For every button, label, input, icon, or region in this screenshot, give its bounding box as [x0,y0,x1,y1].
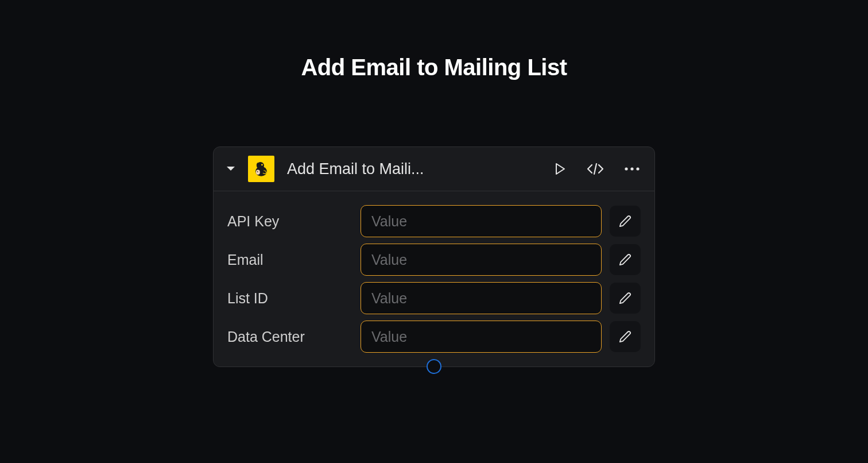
api-key-input[interactable] [361,205,602,237]
more-button[interactable] [622,165,642,173]
field-row-api-key: API Key [227,205,641,237]
collapse-toggle[interactable] [224,162,238,176]
edit-button[interactable] [610,206,641,237]
pencil-icon [619,215,631,227]
svg-point-6 [630,167,633,170]
node-body: API Key Email List ID [214,191,654,366]
field-label: Email [227,252,352,268]
node-title: Add Email to Maili... [287,160,542,178]
data-center-input[interactable] [361,321,602,353]
run-button[interactable] [552,160,568,178]
field-label: API Key [227,213,352,230]
field-row-data-center: Data Center [227,321,641,353]
node-header: Add Email to Maili... [214,147,654,191]
field-label: Data Center [227,329,352,345]
mailchimp-icon [248,156,274,182]
svg-point-2 [261,164,263,166]
edit-button[interactable] [610,283,641,314]
svg-point-3 [256,169,260,175]
more-horizontal-icon [625,167,640,171]
header-actions [552,160,642,178]
field-label: List ID [227,290,352,307]
node-card: Add Email to Maili... [213,146,655,367]
pencil-icon [619,253,631,266]
edit-button[interactable] [610,321,641,352]
play-icon [555,163,566,175]
pencil-icon [619,292,631,304]
edit-button[interactable] [610,244,641,275]
svg-point-4 [257,171,258,172]
output-connector[interactable] [427,359,441,374]
svg-point-7 [636,167,639,170]
field-row-email: Email [227,244,641,276]
pencil-icon [619,330,631,343]
svg-point-5 [625,167,627,170]
code-icon [587,163,604,175]
email-input[interactable] [361,244,602,276]
list-id-input[interactable] [361,282,602,314]
code-button[interactable] [584,160,606,178]
chevron-down-icon [226,166,235,172]
page-title: Add Email to Mailing List [301,55,567,80]
field-row-list-id: List ID [227,282,641,314]
